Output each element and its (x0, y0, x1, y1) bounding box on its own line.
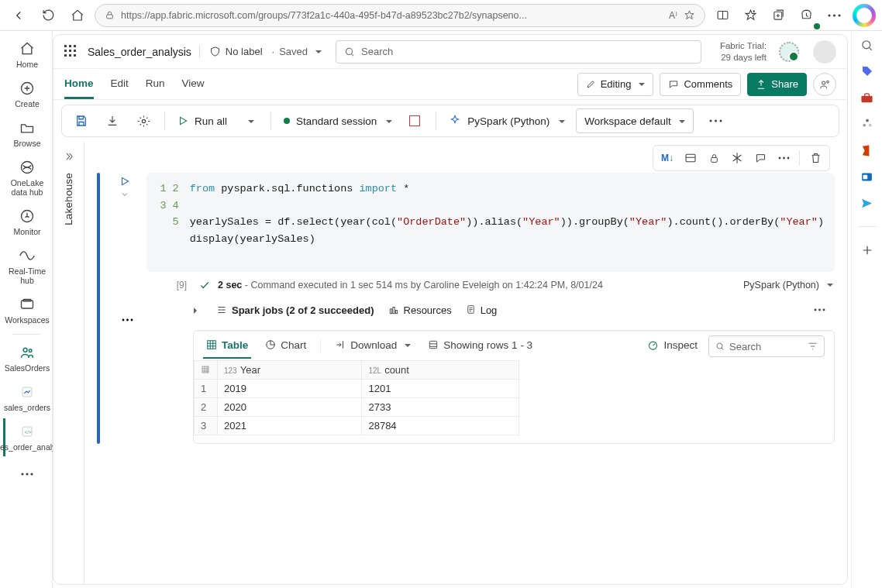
tab-home[interactable]: Home (64, 69, 94, 99)
rail-onelake[interactable]: OneLake data hub (3, 154, 50, 201)
read-aloud-icon[interactable]: A⁾ (669, 10, 677, 21)
svg-text:</>: </> (24, 429, 32, 435)
rail-browse[interactable]: Browse (3, 115, 50, 153)
stop-icon (409, 115, 420, 126)
comment-cell-icon[interactable] (753, 150, 768, 166)
toolbar-more-icon[interactable] (705, 109, 728, 132)
cell-more-icon[interactable] (776, 150, 791, 166)
address-bar[interactable]: https://app.fabric.microsoft.com/groups/… (95, 4, 705, 27)
edge-search-icon[interactable] (860, 37, 875, 53)
rail-sales-orders-item[interactable]: sales_orders (3, 379, 50, 417)
expand-icon[interactable] (64, 151, 74, 162)
more-icon[interactable] (822, 3, 846, 28)
cell-output-more-icon[interactable] (122, 318, 133, 322)
spark-icon (449, 115, 461, 127)
editing-mode-button[interactable]: Editing (577, 73, 654, 96)
tab-view[interactable]: View (182, 69, 205, 99)
settings-icon[interactable] (132, 109, 155, 132)
back-button[interactable] (6, 3, 31, 28)
trial-badge[interactable]: Fabric Trial:29 days left (720, 40, 767, 63)
avatar[interactable] (813, 40, 836, 64)
favorite-icon[interactable] (684, 9, 695, 21)
rail-salesorders[interactable]: SalesOrders (3, 339, 50, 377)
collections-icon[interactable] (766, 3, 791, 28)
kernel-selector[interactable]: PySpark (Python) (446, 109, 568, 132)
svg-rect-16 (22, 301, 33, 308)
table-row[interactable]: 220202733 (195, 397, 519, 416)
rail-realtime[interactable]: Real-Time hub (3, 242, 50, 290)
share-button[interactable]: Share (747, 73, 807, 96)
output-more-icon[interactable] (814, 308, 825, 311)
save-status[interactable]: · Saved (272, 46, 322, 57)
code-editor[interactable]: 1 2 3 4 5 from pyspark.sql.functions imp… (146, 173, 835, 272)
output-search-input[interactable]: Search (708, 335, 825, 357)
edge-outlook-icon[interactable] (860, 169, 875, 184)
cell-output-toggle-icon[interactable] (683, 150, 698, 166)
collapse-cell-icon[interactable] (120, 190, 129, 199)
stop-button[interactable] (403, 109, 426, 132)
inspect-button[interactable]: Inspect (644, 335, 701, 359)
lakehouse-panel-collapsed[interactable]: Lakehouse (53, 142, 84, 584)
rail-create[interactable]: Create (3, 75, 50, 113)
edge-games-icon[interactable] (860, 116, 875, 132)
rail-notebook-item[interactable]: </>Sales_order_analysis (3, 418, 50, 456)
split-screen-icon[interactable] (710, 3, 735, 28)
tab-edit[interactable]: Edit (111, 69, 129, 99)
run-cell-button[interactable] (119, 176, 130, 187)
run-all-button[interactable]: Run all (174, 109, 230, 132)
app-launcher-icon[interactable] (64, 45, 78, 59)
expand-jobs-icon[interactable] (193, 304, 202, 316)
url-text: https://app.fabric.microsoft.com/groups/… (121, 10, 663, 21)
rail-monitor[interactable]: Monitor (3, 203, 50, 241)
sensitivity-label[interactable]: No label (209, 46, 263, 57)
performance-icon[interactable] (794, 3, 818, 28)
global-search-input[interactable]: Search (336, 40, 701, 64)
rail-home[interactable]: Home (3, 36, 50, 74)
markdown-toggle[interactable]: M↓ (660, 150, 675, 166)
rail-workspaces[interactable]: Workspaces (3, 291, 50, 329)
table-row[interactable]: 120191201 (195, 379, 519, 397)
topbar: Sales_order_analysis No label · Saved Se… (53, 35, 847, 69)
lakehouse-item-icon (19, 383, 36, 401)
environment-selector[interactable]: Workspace default (576, 108, 694, 133)
run-all-dropdown[interactable] (238, 109, 261, 132)
chevron-down-icon (401, 339, 411, 351)
edge-tag-icon[interactable] (860, 64, 875, 79)
table-row[interactable]: 3202128784 (195, 416, 519, 435)
col-header-year[interactable]: 123Year (218, 360, 362, 379)
filter-icon[interactable] (808, 342, 818, 351)
edge-add-icon[interactable] (860, 242, 875, 258)
lock-icon[interactable] (706, 150, 722, 166)
output-tab-chart[interactable]: Chart (262, 335, 309, 359)
spark-jobs-status[interactable]: Spark jobs (2 of 2 succeeded) (216, 304, 374, 316)
session-status[interactable]: Standard session (281, 109, 395, 132)
favorites-icon[interactable] (738, 3, 763, 28)
rows-icon (428, 339, 439, 350)
presence-indicator[interactable] (779, 42, 799, 62)
file-name[interactable]: Sales_order_analysis (88, 46, 200, 58)
comments-button[interactable]: Comments (660, 73, 741, 96)
copresence-button[interactable] (813, 73, 836, 96)
svg-point-8 (866, 119, 869, 122)
tab-run[interactable]: Run (146, 69, 165, 99)
edge-send-icon[interactable] (860, 195, 875, 211)
edge-toolbox-icon[interactable] (860, 90, 875, 105)
download-button[interactable]: Download (332, 335, 414, 359)
rail-more[interactable] (3, 461, 50, 487)
table-corner[interactable] (195, 360, 218, 379)
save-icon[interactable] (70, 109, 93, 132)
freeze-icon[interactable] (729, 150, 745, 166)
svg-point-26 (346, 48, 352, 54)
log-button[interactable]: Log (466, 304, 498, 316)
cell-kernel-selector[interactable]: PySpark (Python) (743, 280, 833, 291)
home-button[interactable] (65, 3, 90, 28)
download-icon[interactable] (101, 109, 124, 132)
output-tab-table[interactable]: Table (203, 335, 251, 359)
copilot-icon[interactable] (853, 4, 876, 27)
col-header-count[interactable]: 12Lcount (362, 360, 519, 379)
play-icon (177, 115, 188, 126)
refresh-button[interactable] (36, 3, 60, 28)
delete-cell-icon[interactable] (808, 150, 823, 166)
resources-button[interactable]: Resources (388, 304, 452, 316)
edge-office-icon[interactable] (860, 143, 875, 158)
